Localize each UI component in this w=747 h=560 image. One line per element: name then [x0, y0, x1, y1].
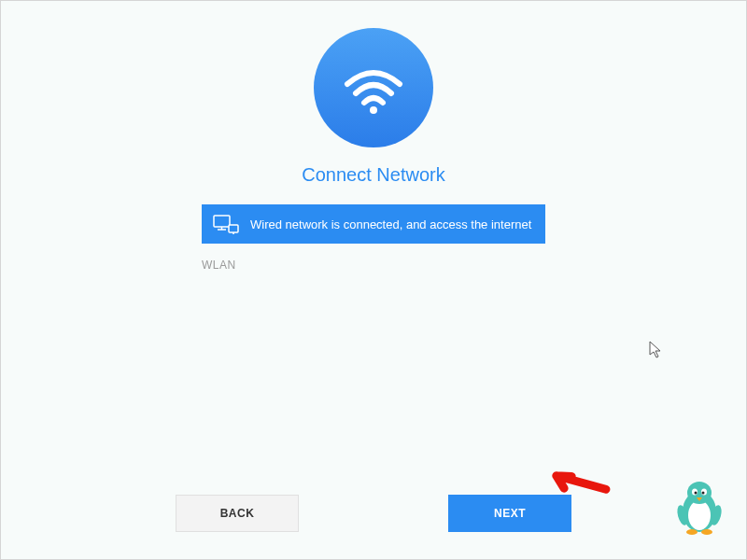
- wlan-section-label: WLAN: [202, 259, 545, 272]
- svg-point-15: [686, 529, 698, 535]
- penguin-mascot-icon: [675, 478, 724, 541]
- main-container: Connect Network Wired network is connect…: [0, 0, 747, 272]
- back-button[interactable]: BACK: [176, 495, 299, 532]
- page-title: Connect Network: [302, 164, 444, 186]
- button-row: BACK NEXT: [0, 495, 747, 532]
- svg-point-7: [688, 500, 711, 530]
- svg-point-16: [701, 529, 712, 535]
- svg-point-0: [370, 106, 377, 114]
- wired-network-icon: [213, 214, 239, 234]
- network-status-bar[interactable]: Wired network is connected, and access t…: [202, 204, 545, 244]
- svg-point-12: [702, 492, 705, 495]
- next-button[interactable]: NEXT: [448, 495, 571, 532]
- svg-rect-1: [214, 216, 230, 227]
- cursor-icon: [649, 341, 664, 363]
- svg-point-11: [695, 492, 698, 495]
- network-status-text: Wired network is connected, and access t…: [250, 217, 531, 231]
- wifi-hero-icon: [314, 28, 433, 147]
- svg-rect-4: [229, 225, 238, 232]
